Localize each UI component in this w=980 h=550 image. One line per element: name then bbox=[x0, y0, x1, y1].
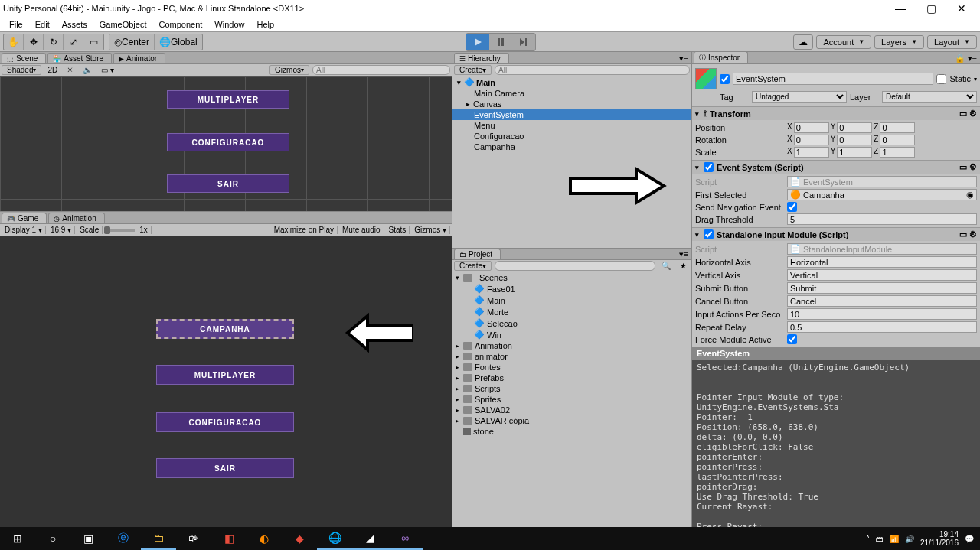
horizontal-axis-field[interactable] bbox=[787, 256, 977, 268]
pos-z[interactable] bbox=[880, 122, 915, 133]
scale-slider[interactable] bbox=[104, 229, 135, 232]
active-checkbox[interactable] bbox=[720, 74, 730, 84]
tray-chevron-icon[interactable]: ˄ bbox=[866, 535, 870, 543]
component-enabled[interactable] bbox=[704, 229, 714, 239]
stats-toggle[interactable]: Stats bbox=[386, 226, 410, 234]
tray-time[interactable]: 19:14 bbox=[920, 530, 959, 539]
project-folder[interactable]: ▾_Scenes bbox=[452, 272, 691, 283]
hierarchy-item[interactable]: Main Camera bbox=[452, 88, 691, 99]
hierarchy-item[interactable]: Configuracao bbox=[452, 131, 691, 142]
space-toggle[interactable]: 🌐 Global bbox=[155, 34, 202, 50]
panel-menu-icon[interactable]: ▾≡ bbox=[679, 249, 688, 259]
taskbar-vs[interactable]: ∞ bbox=[387, 527, 423, 550]
menu-window[interactable]: Window bbox=[208, 18, 250, 31]
component-header[interactable]: ▾ Event System (Script)▭ ⚙ bbox=[692, 161, 980, 174]
project-scene[interactable]: 🔷Main bbox=[452, 295, 691, 306]
submit-button-field[interactable] bbox=[787, 282, 977, 294]
shading-dropdown[interactable]: Shaded ▾ bbox=[2, 65, 41, 75]
taskbar-edge[interactable]: ⓔ bbox=[106, 527, 141, 550]
first-selected-field[interactable]: 🟠Campanha◉ bbox=[787, 189, 977, 200]
layer-dropdown[interactable]: Default bbox=[882, 91, 977, 103]
tray-volume-icon[interactable]: 🔊 bbox=[905, 535, 914, 543]
project-scene[interactable]: 🔷Fase01 bbox=[452, 283, 691, 295]
menu-assets[interactable]: Assets bbox=[56, 18, 93, 31]
project-folder[interactable]: ▸Fontes bbox=[452, 362, 691, 373]
project-folder[interactable]: ▸Scripts bbox=[452, 383, 691, 394]
tab-animator[interactable]: ▶Animator bbox=[113, 53, 165, 63]
input-persec-field[interactable] bbox=[787, 308, 977, 320]
tab-project[interactable]: 🗀Project bbox=[454, 249, 501, 259]
start-button[interactable]: ⊞ bbox=[0, 527, 35, 550]
taskbar-store[interactable]: 🛍 bbox=[176, 527, 211, 550]
project-folder[interactable]: ▸animator bbox=[452, 351, 691, 362]
hierarchy-tree[interactable]: ▾🔷 Main Main Camera ▸Canvas EventSystem … bbox=[452, 76, 691, 248]
close-button[interactable]: ✕ bbox=[946, 2, 977, 15]
gizmos-dropdown[interactable]: Gizmos ▾ bbox=[270, 65, 309, 75]
mute-toggle[interactable]: Mute audio bbox=[339, 226, 384, 234]
game-btn-sair[interactable]: SAIR bbox=[156, 458, 294, 478]
project-folder[interactable]: ▸Prefabs bbox=[452, 373, 691, 383]
menu-file[interactable]: File bbox=[3, 18, 29, 31]
gameobject-icon[interactable] bbox=[695, 68, 717, 89]
project-scene[interactable]: 🔷Selecao bbox=[452, 317, 691, 329]
cloud-button[interactable]: ☁ bbox=[793, 34, 813, 50]
project-folder[interactable]: ▸Animation bbox=[452, 340, 691, 351]
taskbar-unity[interactable]: ◢ bbox=[352, 527, 387, 550]
project-search[interactable] bbox=[495, 261, 655, 271]
project-tree[interactable]: ▾_Scenes 🔷Fase01 🔷Main 🔷Morte 🔷Selecao 🔷… bbox=[452, 272, 691, 527]
game-btn-campanha[interactable]: CAMPANHA bbox=[156, 319, 294, 339]
maximize-button[interactable]: ▢ bbox=[916, 2, 946, 15]
display-dropdown[interactable]: Display 1 ▾ bbox=[2, 226, 46, 234]
game-btn-multiplayer[interactable]: MULTIPLAYER bbox=[156, 365, 294, 385]
static-checkbox[interactable] bbox=[936, 74, 946, 84]
hierarchy-item-selected[interactable]: EventSystem bbox=[452, 109, 691, 120]
send-nav-checkbox[interactable] bbox=[787, 202, 797, 212]
fx-toggle[interactable]: ▭ ▾ bbox=[98, 66, 117, 74]
tab-hierarchy[interactable]: ☰Hierarchy bbox=[454, 53, 509, 63]
audio-toggle[interactable]: 🔈 bbox=[80, 66, 95, 74]
search-filter-icon[interactable]: 🔍 bbox=[658, 262, 674, 270]
play-button[interactable] bbox=[466, 34, 489, 50]
step-button[interactable] bbox=[512, 34, 535, 50]
2d-toggle[interactable]: 2D bbox=[44, 66, 60, 74]
component-header[interactable]: ▾ Standalone Input Module (Script)▭ ⚙ bbox=[692, 228, 980, 241]
project-folder[interactable]: ▸SALVAR cópia bbox=[452, 415, 691, 426]
project-folder[interactable]: ▸Sprites bbox=[452, 394, 691, 405]
project-asset[interactable]: stone bbox=[452, 426, 691, 437]
hierarchy-item[interactable]: Menu bbox=[452, 120, 691, 131]
rot-y[interactable] bbox=[837, 135, 872, 145]
panel-menu-icon[interactable]: 🔒 ▾≡ bbox=[955, 54, 977, 63]
gameobject-name-field[interactable] bbox=[733, 73, 933, 85]
game-btn-config[interactable]: CONFIGURACAO bbox=[156, 412, 294, 432]
project-folder[interactable]: ▸SALVA02 bbox=[452, 405, 691, 415]
game-view[interactable]: CAMPANHA MULTIPLAYER CONFIGURACAO SAIR bbox=[0, 236, 452, 527]
menu-gameobject[interactable]: GameObject bbox=[93, 18, 153, 31]
tag-dropdown[interactable]: Untagged bbox=[752, 91, 847, 103]
light-toggle[interactable]: ☀ bbox=[64, 66, 77, 74]
tab-game[interactable]: 🎮Game bbox=[2, 213, 47, 223]
layout-dropdown[interactable]: Layout▼ bbox=[927, 35, 977, 49]
scene-btn-sair[interactable]: SAIR bbox=[167, 174, 289, 193]
tab-scene[interactable]: ⬚Scene bbox=[2, 53, 46, 63]
rot-x[interactable] bbox=[794, 135, 829, 145]
maximize-toggle[interactable]: Maximize on Play bbox=[271, 226, 338, 234]
pos-x[interactable] bbox=[794, 122, 829, 133]
cancel-button-field[interactable] bbox=[787, 295, 977, 307]
scene-btn-multiplayer[interactable]: MULTIPLAYER bbox=[167, 90, 289, 109]
project-create-dropdown[interactable]: Create ▾ bbox=[454, 261, 492, 271]
scl-z[interactable] bbox=[880, 147, 915, 158]
tab-animation[interactable]: ◷Animation bbox=[48, 213, 104, 223]
pause-button[interactable] bbox=[489, 34, 512, 50]
scl-y[interactable] bbox=[837, 147, 872, 158]
move-tool[interactable]: ✥ bbox=[24, 34, 44, 50]
hierarchy-create-dropdown[interactable]: Create ▾ bbox=[454, 65, 492, 75]
taskbar-app[interactable]: ◧ bbox=[211, 527, 247, 550]
force-module-checkbox[interactable] bbox=[787, 334, 797, 344]
project-scene[interactable]: 🔷Win bbox=[452, 329, 691, 340]
component-enabled[interactable] bbox=[704, 162, 714, 172]
scene-search[interactable] bbox=[312, 65, 450, 75]
component-header[interactable]: ▾⟟ Transform▭ ⚙ bbox=[692, 107, 980, 120]
hand-tool[interactable]: ✋ bbox=[4, 34, 24, 50]
aspect-dropdown[interactable]: 16:9 ▾ bbox=[47, 226, 75, 234]
taskbar-app[interactable]: ◆ bbox=[282, 527, 317, 550]
